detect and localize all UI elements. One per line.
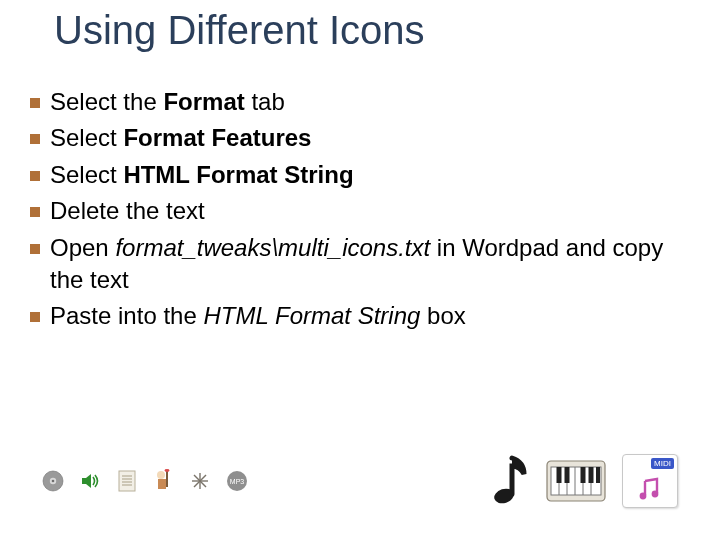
bullet-icon bbox=[30, 207, 40, 217]
bullet-text: Paste into the HTML Format String box bbox=[50, 300, 690, 332]
bullet-item: Open format_tweaks\multi_icons.txt in Wo… bbox=[30, 232, 690, 297]
bullet-item: Select Format Features bbox=[30, 122, 690, 154]
text-post: tab bbox=[245, 88, 285, 115]
bullet-item: Paste into the HTML Format String box bbox=[30, 300, 690, 332]
music-note-icon bbox=[484, 454, 530, 508]
slide-title: Using Different Icons bbox=[54, 8, 425, 53]
large-icon-group: MIDI bbox=[484, 454, 678, 508]
bullet-icon bbox=[30, 171, 40, 181]
speaker-sound-icon bbox=[80, 470, 102, 492]
cd-disc-icon bbox=[42, 470, 64, 492]
text-pre: Delete the text bbox=[50, 197, 205, 224]
svg-rect-31 bbox=[596, 467, 600, 483]
svg-rect-27 bbox=[557, 467, 562, 483]
text-pre: Open bbox=[50, 234, 115, 261]
text-pre: Select the bbox=[50, 88, 163, 115]
svg-point-32 bbox=[640, 493, 647, 500]
bullet-item: Select HTML Format String bbox=[30, 159, 690, 191]
bullet-icon bbox=[30, 98, 40, 108]
svg-rect-28 bbox=[565, 467, 570, 483]
slide: Using Different Icons Select the Format … bbox=[0, 0, 720, 540]
midi-label: MIDI bbox=[651, 458, 674, 469]
svg-rect-10 bbox=[158, 479, 166, 489]
svg-rect-29 bbox=[581, 467, 586, 483]
bullet-item: Delete the text bbox=[30, 195, 690, 227]
svg-point-12 bbox=[165, 469, 170, 472]
slide-body: Select the Format tab Select Format Feat… bbox=[30, 86, 690, 337]
text-pre: Select bbox=[50, 161, 123, 188]
bullet-item: Select the Format tab bbox=[30, 86, 690, 118]
midi-file-icon: MIDI bbox=[622, 454, 678, 508]
bullet-icon bbox=[30, 134, 40, 144]
svg-rect-30 bbox=[589, 467, 594, 483]
bullet-text: Select HTML Format String bbox=[50, 159, 690, 191]
text-pre: Paste into the bbox=[50, 302, 203, 329]
svg-text:MP3: MP3 bbox=[230, 478, 245, 485]
asterisk-mark-icon bbox=[190, 471, 210, 491]
text-bold: HTML Format String bbox=[123, 161, 353, 188]
bullet-text: Delete the text bbox=[50, 195, 690, 227]
text-italic: HTML Format String bbox=[203, 302, 420, 329]
svg-rect-11 bbox=[166, 471, 168, 487]
icon-row: MP3 bbox=[42, 454, 678, 508]
svg-point-33 bbox=[652, 491, 659, 498]
text-pre: Select bbox=[50, 124, 123, 151]
svg-point-3 bbox=[52, 480, 55, 483]
text-post: box bbox=[420, 302, 465, 329]
piano-keyboard-icon bbox=[546, 457, 606, 505]
bullet-text: Select Format Features bbox=[50, 122, 690, 154]
text-bold: Format bbox=[163, 88, 244, 115]
mp3-badge-icon: MP3 bbox=[226, 470, 248, 492]
svg-point-9 bbox=[157, 471, 165, 479]
svg-rect-4 bbox=[119, 471, 135, 491]
bullet-text: Select the Format tab bbox=[50, 86, 690, 118]
small-icon-group: MP3 bbox=[42, 469, 248, 493]
text-bold: Format Features bbox=[123, 124, 311, 151]
bullet-icon bbox=[30, 312, 40, 322]
painter-character-icon bbox=[152, 469, 174, 493]
text-italic: format_tweaks\multi_icons.txt bbox=[115, 234, 430, 261]
document-list-icon bbox=[118, 470, 136, 492]
bullet-icon bbox=[30, 244, 40, 254]
bullet-text: Open format_tweaks\multi_icons.txt in Wo… bbox=[50, 232, 690, 297]
